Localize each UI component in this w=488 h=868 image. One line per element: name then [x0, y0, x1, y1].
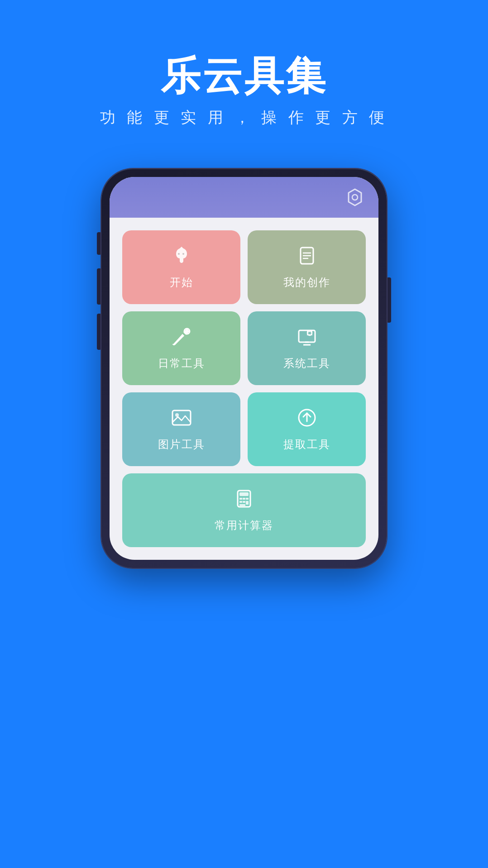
phone-mockup: 开始 我的创作 [101, 169, 387, 568]
svg-rect-20 [246, 498, 249, 500]
menu-item-calculator[interactable]: 常用计算器 [122, 473, 366, 547]
system-tools-label: 系统工具 [283, 356, 330, 371]
menu-item-system-tools[interactable]: 系统工具 [248, 311, 366, 385]
svg-rect-21 [239, 501, 242, 503]
start-icon [171, 245, 192, 270]
header-section: 乐云具集 功 能 更 实 用 ， 操 作 更 方 便 [100, 0, 388, 155]
phone-button-volume-up [97, 232, 101, 255]
phone-outer-frame: 开始 我的创作 [101, 169, 387, 568]
svg-rect-9 [299, 330, 315, 342]
svg-rect-24 [239, 504, 245, 506]
system-tools-icon [295, 326, 319, 351]
my-creation-icon [296, 245, 318, 270]
svg-rect-18 [239, 498, 242, 500]
menu-item-image-tools[interactable]: 图片工具 [122, 392, 240, 466]
phone-button-silent [97, 314, 101, 350]
daily-tools-icon [170, 326, 193, 351]
grid-row-1: 开始 我的创作 [122, 230, 366, 304]
daily-tools-label: 日常工具 [158, 356, 205, 371]
grid-row-2: 日常工具 系统工具 [122, 311, 366, 385]
start-label: 开始 [170, 275, 193, 290]
extract-tools-label: 提取工具 [283, 437, 330, 452]
phone-button-power [387, 277, 391, 323]
svg-point-2 [178, 253, 180, 255]
calculator-icon [233, 488, 255, 513]
svg-marker-0 [349, 189, 361, 205]
svg-rect-17 [239, 492, 249, 496]
svg-point-1 [352, 195, 358, 200]
svg-rect-13 [172, 410, 191, 425]
app-subtitle: 功 能 更 实 用 ， 操 作 更 方 便 [100, 107, 388, 128]
svg-rect-23 [246, 501, 249, 505]
image-tools-icon [170, 407, 193, 432]
calculator-label: 常用计算器 [215, 518, 273, 533]
phone-topbar [110, 177, 378, 218]
extract-tools-icon [296, 407, 318, 432]
my-creation-label: 我的创作 [283, 275, 330, 290]
settings-icon[interactable] [345, 187, 365, 207]
menu-item-daily-tools[interactable]: 日常工具 [122, 311, 240, 385]
menu-item-extract-tools[interactable]: 提取工具 [248, 392, 366, 466]
svg-rect-19 [243, 498, 245, 500]
svg-point-3 [182, 253, 184, 255]
image-tools-label: 图片工具 [158, 437, 205, 452]
svg-rect-22 [243, 501, 245, 503]
grid-row-3: 图片工具 提取工具 [122, 392, 366, 466]
grid-row-4: 常用计算器 [122, 473, 366, 547]
phone-button-volume-down [97, 268, 101, 305]
phone-inner-screen: 开始 我的创作 [110, 177, 378, 560]
menu-item-start[interactable]: 开始 [122, 230, 240, 304]
app-title: 乐云具集 [100, 54, 388, 98]
app-grid: 开始 我的创作 [110, 218, 378, 560]
svg-point-14 [175, 413, 179, 417]
menu-item-my-creation[interactable]: 我的创作 [248, 230, 366, 304]
